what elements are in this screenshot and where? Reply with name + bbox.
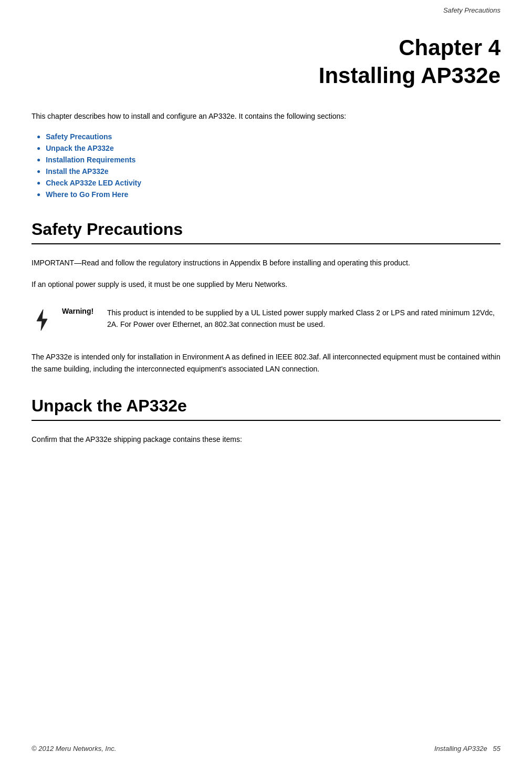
page-container: Safety Precautions Chapter 4 Installing … <box>0 0 532 763</box>
svg-marker-0 <box>37 310 47 331</box>
unpack-heading: Unpack the AP332e <box>32 396 500 416</box>
page-number: 55 <box>493 745 500 752</box>
warning-label: Warning! <box>62 307 99 315</box>
intro-paragraph: This chapter describes how to install an… <box>32 110 500 122</box>
warning-box: Warning! This product is intended to be … <box>32 302 500 338</box>
toc-item[interactable]: Unpack the AP332e <box>37 144 500 152</box>
footer-page-info: Installing AP332e 55 <box>434 745 500 752</box>
chapter-title: Chapter 4 Installing AP332e <box>32 34 500 89</box>
main-content: Chapter 4 Installing AP332e This chapter… <box>0 18 532 487</box>
lightning-bolt-icon <box>33 308 51 332</box>
safety-paragraph-1: IMPORTANT—Read and follow the regulatory… <box>32 257 500 269</box>
warning-icon <box>32 307 53 333</box>
warning-content: Warning! This product is intended to be … <box>62 307 500 331</box>
safety-precautions-heading: Safety Precautions <box>32 220 500 239</box>
section-divider <box>32 243 500 244</box>
warning-text: This product is intended to be supplied … <box>107 307 500 331</box>
toc-item[interactable]: Install the AP332e <box>37 167 500 176</box>
header-text: Safety Precautions <box>443 6 500 14</box>
footer-copyright: © 2012 Meru Networks, Inc. <box>32 745 116 752</box>
toc-item[interactable]: Safety Precautions <box>37 132 500 141</box>
chapter-heading: Chapter 4 Installing AP332e <box>32 34 500 89</box>
unpack-paragraph-1: Confirm that the AP332e shipping package… <box>32 434 500 446</box>
toc-item[interactable]: Check AP332e LED Activity <box>37 179 500 187</box>
header-bar: Safety Precautions <box>0 0 532 18</box>
safety-after-warning: The AP332e is intended only for installa… <box>32 351 500 375</box>
safety-paragraph-2: If an optional power supply is used, it … <box>32 279 500 291</box>
toc-item[interactable]: Where to Go From Here <box>37 190 500 199</box>
footer: © 2012 Meru Networks, Inc. Installing AP… <box>0 745 532 752</box>
toc-list: Safety Precautions Unpack the AP332e Ins… <box>32 132 500 199</box>
toc-item[interactable]: Installation Requirements <box>37 156 500 164</box>
unpack-divider <box>32 420 500 421</box>
